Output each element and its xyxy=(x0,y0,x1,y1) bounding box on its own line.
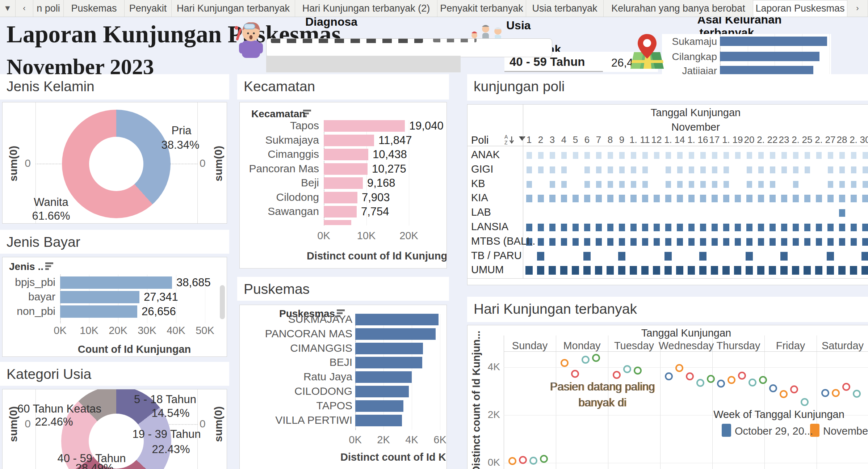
scatter-point[interactable] xyxy=(842,383,850,391)
scatter-point[interactable] xyxy=(508,457,516,465)
bar[interactable] xyxy=(355,328,436,340)
bar[interactable] xyxy=(720,66,813,75)
heatmap-cell[interactable] xyxy=(561,181,567,188)
heatmap-cell[interactable] xyxy=(863,152,868,159)
bar[interactable] xyxy=(60,276,172,289)
tab-n-poli[interactable]: n poli xyxy=(33,0,64,17)
heatmap-cell[interactable] xyxy=(561,238,567,246)
heatmap-cell[interactable] xyxy=(550,166,555,173)
heatmap-cell[interactable] xyxy=(838,266,846,275)
heatmap-cell[interactable] xyxy=(677,238,683,246)
heatmap-cell[interactable] xyxy=(560,266,567,275)
scatter-point[interactable] xyxy=(613,371,621,379)
heatmap-cell[interactable] xyxy=(793,195,799,202)
heatmap-cell[interactable] xyxy=(781,166,787,173)
heatmap-cell[interactable] xyxy=(677,152,683,159)
heatmap-cell[interactable] xyxy=(584,166,590,173)
heatmap-cell[interactable] xyxy=(757,266,764,275)
scatter-point[interactable] xyxy=(769,384,777,392)
heatmap-cell[interactable] xyxy=(549,224,555,231)
heatmap-cell[interactable] xyxy=(758,166,764,173)
diagnosa-value-overlay[interactable] xyxy=(266,38,552,57)
heatmap-cell[interactable] xyxy=(862,195,868,202)
heatmap-cell[interactable] xyxy=(538,224,544,231)
heatmap-cell[interactable] xyxy=(723,224,729,231)
heatmap-cell[interactable] xyxy=(596,195,602,202)
tab-hari-kunjungan-terbanyak-2-[interactable]: Hari Kunjungan terbanyak (2) xyxy=(295,0,437,17)
heatmap-cell[interactable] xyxy=(700,195,706,202)
scatter-point[interactable] xyxy=(675,364,683,372)
heatmap-cell[interactable] xyxy=(584,224,590,231)
heatmap-cell[interactable] xyxy=(689,181,694,188)
bar[interactable] xyxy=(355,371,412,383)
heatmap-cell[interactable] xyxy=(851,181,856,188)
heatmap-cell[interactable] xyxy=(630,238,637,246)
heatmap-cell[interactable] xyxy=(641,266,649,275)
heatmap-cell[interactable] xyxy=(664,266,672,275)
heatmap-cell[interactable] xyxy=(619,181,625,188)
heatmap-cell[interactable] xyxy=(665,224,671,231)
heatmap-cell[interactable] xyxy=(712,181,717,188)
heatmap-cell[interactable] xyxy=(735,195,741,202)
heatmap-cell[interactable] xyxy=(526,195,532,202)
heatmap-cell[interactable] xyxy=(584,152,590,159)
bar[interactable] xyxy=(324,149,368,160)
heatmap-cell[interactable] xyxy=(851,224,857,231)
heatmap-cell[interactable] xyxy=(619,195,625,202)
heatmap-cell[interactable] xyxy=(642,181,648,188)
heatmap-cell[interactable] xyxy=(816,195,822,202)
heatmap-cell[interactable] xyxy=(583,266,591,275)
heatmap-cell[interactable] xyxy=(537,252,544,261)
heatmap-cell[interactable] xyxy=(770,152,775,159)
heatmap-cell[interactable] xyxy=(746,224,752,231)
heatmap-cell[interactable] xyxy=(549,238,555,246)
heatmap-cell[interactable] xyxy=(573,224,579,231)
heatmap-cell[interactable] xyxy=(828,166,833,173)
scatter-point[interactable] xyxy=(749,379,756,386)
heatmap-cell[interactable] xyxy=(780,252,788,261)
heatmap-cell[interactable] xyxy=(712,195,718,202)
scatter-point[interactable] xyxy=(665,372,673,380)
bar[interactable] xyxy=(355,415,402,426)
heatmap-cell[interactable] xyxy=(688,195,695,202)
heatmap-cell[interactable] xyxy=(712,238,718,246)
tab-hari-kunjungan-terbanyak[interactable]: Hari Kunjungan terbanyak xyxy=(172,0,295,17)
heatmap-cell[interactable] xyxy=(770,195,776,202)
heatmap-cell[interactable] xyxy=(770,224,776,231)
heatmap-cell[interactable] xyxy=(642,224,648,231)
heatmap-cell[interactable] xyxy=(792,266,799,275)
sort-descending-icon[interactable] xyxy=(45,262,56,272)
heatmap-cell[interactable] xyxy=(758,195,764,202)
heatmap-cell[interactable] xyxy=(607,195,613,202)
heatmap-cell[interactable] xyxy=(689,152,694,159)
scatter-point[interactable] xyxy=(519,456,527,464)
heatmap-cell[interactable] xyxy=(758,181,764,188)
heatmap-cell[interactable] xyxy=(538,195,544,202)
scatter-point[interactable] xyxy=(738,372,746,380)
heatmap-cell[interactable] xyxy=(664,252,672,261)
heatmap-cell[interactable] xyxy=(619,238,625,246)
heatmap-cell[interactable] xyxy=(724,152,729,159)
bar[interactable] xyxy=(355,400,403,412)
bar[interactable] xyxy=(324,163,368,175)
heatmap-cell[interactable] xyxy=(561,195,567,202)
scatter-point[interactable] xyxy=(696,379,704,387)
heatmap-cell[interactable] xyxy=(827,195,834,202)
heatmap-cell[interactable] xyxy=(793,166,798,173)
heatmap-cell[interactable] xyxy=(851,152,856,159)
scatter-point[interactable] xyxy=(707,375,715,383)
heatmap-cell[interactable] xyxy=(781,195,787,202)
bar[interactable] xyxy=(324,177,363,189)
scatter-point[interactable] xyxy=(561,359,569,367)
scatter-point[interactable] xyxy=(780,390,788,398)
heatmap-cell[interactable] xyxy=(665,195,671,202)
scatter-point[interactable] xyxy=(634,367,642,375)
heatmap-cell[interactable] xyxy=(712,152,717,159)
heatmap-cell[interactable] xyxy=(608,181,613,188)
heatmap-cell[interactable] xyxy=(828,181,833,188)
heatmap-cell[interactable] xyxy=(538,152,544,159)
heatmap-cell[interactable] xyxy=(770,181,775,188)
heatmap-cell[interactable] xyxy=(700,181,706,188)
heatmap-cell[interactable] xyxy=(861,252,868,261)
heatmap-cell[interactable] xyxy=(689,166,694,173)
